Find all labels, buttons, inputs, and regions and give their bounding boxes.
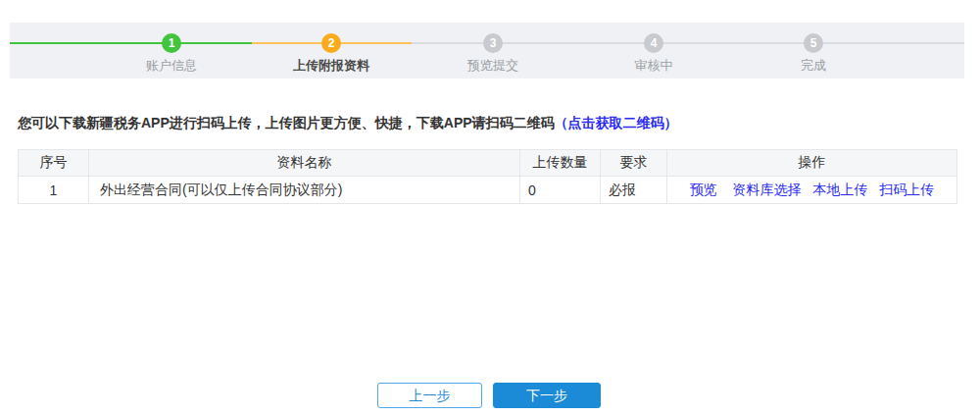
row-actions: 预览 资料库选择 本地上传 扫码上传 bbox=[667, 177, 957, 204]
wizard-stepper: 1 账户信息 2 上传附报资料 3 预览提交 4 审核中 5 完成 bbox=[10, 23, 964, 78]
header-actions: 操作 bbox=[667, 150, 957, 177]
step-3-circle: 3 bbox=[483, 33, 503, 53]
page: 1 账户信息 2 上传附报资料 3 预览提交 4 审核中 5 完成 您可以下载新… bbox=[0, 0, 980, 416]
step-2-label: 上传附报资料 bbox=[272, 57, 390, 75]
step-upload-materials: 2 上传附报资料 bbox=[272, 23, 390, 75]
header-count: 上传数量 bbox=[520, 150, 601, 177]
step-1-circle: 1 bbox=[162, 33, 181, 53]
row-requirement: 必报 bbox=[601, 177, 667, 204]
app-upload-notice: 您可以下载新疆税务APP进行扫码上传，上传图片更方便、快捷，下载APP请扫码二维… bbox=[18, 115, 678, 132]
table-header-row: 序号 资料名称 上传数量 要求 操作 bbox=[19, 150, 957, 177]
step-1-label: 账户信息 bbox=[113, 57, 230, 75]
notice-text: 您可以下载新疆税务APP进行扫码上传，上传图片更方便、快捷，下载APP请扫码二维… bbox=[18, 115, 555, 130]
header-name: 资料名称 bbox=[89, 150, 520, 177]
next-step-button[interactable]: 下一步 bbox=[493, 383, 601, 408]
step-3-label: 预览提交 bbox=[434, 57, 552, 75]
step-4-circle: 4 bbox=[644, 33, 663, 53]
step-preview-submit: 3 预览提交 bbox=[434, 23, 552, 75]
row-material-name: 外出经营合同(可以仅上传合同协议部分) bbox=[89, 177, 520, 204]
materials-table: 序号 资料名称 上传数量 要求 操作 1 外出经营合同(可以仅上传合同协议部分)… bbox=[18, 149, 957, 204]
header-index: 序号 bbox=[19, 150, 89, 177]
step-5-circle: 5 bbox=[804, 33, 823, 53]
get-qrcode-link[interactable]: （点击获取二维码） bbox=[555, 115, 678, 130]
library-select-link[interactable]: 资料库选择 bbox=[733, 182, 802, 197]
step-under-review: 4 审核中 bbox=[595, 23, 712, 75]
preview-link[interactable]: 预览 bbox=[690, 182, 717, 197]
scan-upload-link[interactable]: 扫码上传 bbox=[879, 182, 934, 197]
row-upload-count: 0 bbox=[520, 177, 601, 204]
local-upload-link[interactable]: 本地上传 bbox=[812, 182, 867, 197]
step-4-label: 审核中 bbox=[595, 57, 712, 75]
step-2-circle: 2 bbox=[321, 33, 341, 53]
table-row: 1 外出经营合同(可以仅上传合同协议部分) 0 必报 预览 资料库选择 本地上传… bbox=[19, 177, 957, 204]
row-index: 1 bbox=[19, 177, 89, 204]
step-5-label: 完成 bbox=[755, 57, 872, 75]
step-complete: 5 完成 bbox=[755, 23, 872, 75]
header-requirement: 要求 bbox=[601, 150, 667, 177]
step-account-info: 1 账户信息 bbox=[113, 23, 230, 75]
previous-step-button[interactable]: 上一步 bbox=[377, 383, 482, 408]
